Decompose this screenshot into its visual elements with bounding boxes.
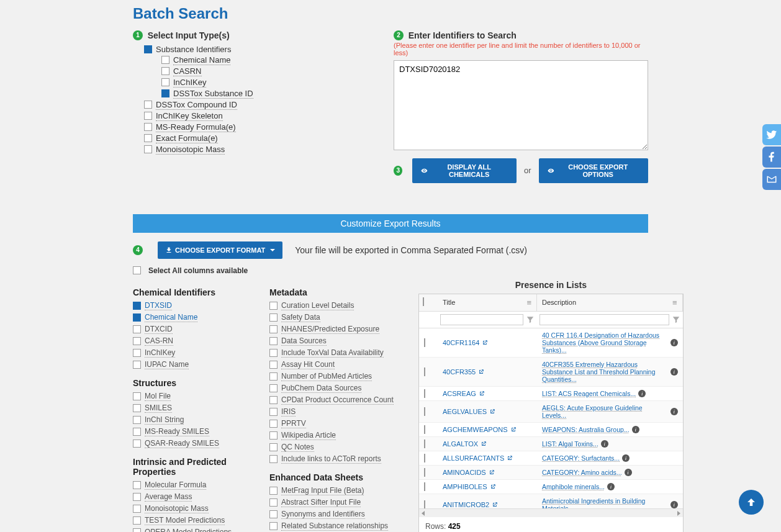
checkbox[interactable] — [269, 302, 278, 310]
info-icon[interactable]: i — [670, 501, 678, 508]
checkbox[interactable] — [269, 325, 278, 333]
back-to-top-button[interactable] — [739, 490, 764, 515]
column-option[interactable]: Abstract Sifter Input File — [269, 497, 406, 508]
column-option[interactable]: PubChem Data Sources — [269, 382, 406, 394]
grid-row-checkbox[interactable] — [419, 405, 438, 418]
column-option[interactable]: QSAR-Ready SMILES — [133, 438, 257, 449]
column-option[interactable]: Chemical Name — [133, 312, 257, 323]
grid-row-title[interactable]: AEGLVALUES — [438, 405, 537, 418]
grid-header-title[interactable]: Title≡ — [438, 294, 537, 311]
grid-row-checkbox[interactable] — [419, 423, 438, 436]
funnel-icon[interactable] — [672, 315, 680, 324]
checkbox[interactable] — [133, 428, 141, 436]
checkbox[interactable] — [133, 361, 141, 369]
checkbox[interactable] — [144, 123, 152, 131]
checkbox[interactable] — [161, 67, 169, 75]
column-option[interactable]: IRIS — [269, 406, 406, 418]
checkbox[interactable] — [133, 313, 141, 322]
info-icon[interactable]: i — [632, 426, 639, 433]
column-option[interactable]: Average Mass — [133, 491, 257, 503]
grid-row-checkbox[interactable] — [419, 387, 438, 400]
input-type-exact-formula[interactable]: Exact Formula(e) — [144, 133, 369, 144]
input-type-inchikey[interactable]: InChIKey — [161, 77, 369, 88]
grid-filter-desc-input[interactable] — [539, 314, 669, 325]
column-option[interactable]: Monoisotopic Mass — [133, 503, 257, 515]
info-icon[interactable]: i — [670, 368, 678, 376]
checkbox[interactable] — [144, 145, 152, 153]
display-all-chemicals-button[interactable]: DISPLAY ALL CHEMICALS — [412, 158, 517, 183]
menu-icon[interactable]: ≡ — [672, 298, 677, 307]
checkbox[interactable] — [133, 528, 141, 532]
checkbox[interactable] — [133, 392, 141, 400]
select-all-columns[interactable]: Select All columns available — [133, 266, 648, 275]
info-icon[interactable]: i — [607, 483, 615, 490]
checkbox[interactable] — [133, 404, 141, 412]
grid-row-checkbox[interactable] — [419, 498, 438, 508]
input-type-casrn[interactable]: CASRN — [161, 66, 369, 77]
column-option[interactable]: Include links to ACToR reports — [269, 453, 406, 465]
share-facebook-button[interactable] — [762, 147, 781, 168]
input-type-dsstox-substance-id[interactable]: DSSTox Substance ID — [161, 88, 369, 99]
info-icon[interactable]: i — [601, 440, 608, 448]
grid-row-checkbox[interactable] — [419, 466, 438, 479]
column-option[interactable]: Wikipedia Article — [269, 430, 406, 441]
grid-row-checkbox[interactable] — [419, 451, 438, 465]
info-icon[interactable]: i — [638, 390, 646, 397]
grid-row-title[interactable]: AGCHEMWEAPONS — [438, 423, 537, 436]
column-option[interactable]: NHANES/Predicted Exposure — [269, 323, 406, 335]
checkbox[interactable] — [269, 337, 278, 345]
info-icon[interactable]: i — [625, 469, 632, 476]
checkbox[interactable] — [269, 361, 278, 369]
column-option[interactable]: CPDat Product Occurrence Count — [269, 394, 406, 406]
checkbox[interactable] — [269, 408, 278, 416]
checkbox[interactable] — [269, 349, 278, 357]
column-option[interactable]: Molecular Formula — [133, 479, 257, 491]
checkbox[interactable] — [161, 56, 169, 64]
grid-row-checkbox[interactable] — [419, 480, 438, 494]
column-option[interactable]: Related Substance relationships — [269, 520, 406, 532]
checkbox[interactable] — [269, 522, 278, 530]
input-type-dsstox-compound-id[interactable]: DSSTox Compound ID — [144, 99, 369, 110]
checkbox[interactable] — [144, 134, 152, 142]
grid-row-title[interactable]: ALLSURFACTANTS — [438, 451, 537, 465]
checkbox[interactable] — [269, 455, 278, 463]
column-option[interactable]: InChI String — [133, 414, 257, 426]
checkbox[interactable] — [144, 101, 152, 109]
grid-row-title[interactable]: 40CFR355 — [438, 365, 537, 379]
identifiers-textarea[interactable]: DTXSID7020182 — [394, 60, 648, 150]
checkbox[interactable] — [269, 372, 278, 381]
checkbox[interactable] — [133, 481, 141, 489]
checkbox[interactable] — [133, 416, 141, 424]
choose-export-options-button[interactable]: CHOOSE EXPORT OPTIONS — [539, 158, 648, 183]
column-option[interactable]: Include ToxVal Data Availability — [269, 347, 406, 359]
column-option[interactable]: MetFrag Input File (Beta) — [269, 485, 406, 497]
input-type-ms-ready-formula[interactable]: MS-Ready Formula(e) — [144, 122, 369, 133]
grid-header-description[interactable]: Description≡ — [537, 294, 683, 311]
column-option[interactable]: OPERA Model Predictions — [133, 526, 257, 532]
column-option[interactable]: MS-Ready SMILES — [133, 426, 257, 438]
grid-filter-title-input[interactable] — [440, 314, 523, 325]
checkbox[interactable] — [161, 89, 169, 97]
checkbox[interactable] — [269, 498, 278, 507]
checkbox[interactable] — [133, 505, 141, 513]
column-option[interactable]: Mol File — [133, 390, 257, 402]
checkbox[interactable] — [269, 487, 278, 495]
checkbox-select-all[interactable] — [133, 266, 141, 274]
input-type-chemical-name[interactable]: Chemical Name — [161, 55, 369, 66]
column-option[interactable]: TEST Model Predictions — [133, 515, 257, 526]
checkbox[interactable] — [133, 337, 141, 345]
column-option[interactable]: Data Sources — [269, 335, 406, 347]
choose-export-format-button[interactable]: CHOOSE EXPORT FORMAT — [158, 241, 282, 259]
column-option[interactable]: Synonyms and Identifiers — [269, 508, 406, 520]
column-option[interactable]: Assay Hit Count — [269, 359, 406, 371]
info-icon[interactable]: i — [670, 339, 678, 346]
checkbox[interactable] — [269, 431, 278, 440]
grid-row-title[interactable]: ALGALTOX — [438, 437, 537, 451]
input-type-monoisotopic-mass[interactable]: Monoisotopic Mass — [144, 144, 369, 155]
checkbox[interactable] — [144, 112, 152, 120]
checkbox[interactable] — [133, 325, 141, 333]
column-option[interactable]: SMILES — [133, 402, 257, 414]
checkbox-substance-identifiers[interactable] — [144, 45, 152, 53]
info-icon[interactable]: i — [670, 408, 678, 415]
column-option[interactable]: Curation Level Details — [269, 300, 406, 312]
